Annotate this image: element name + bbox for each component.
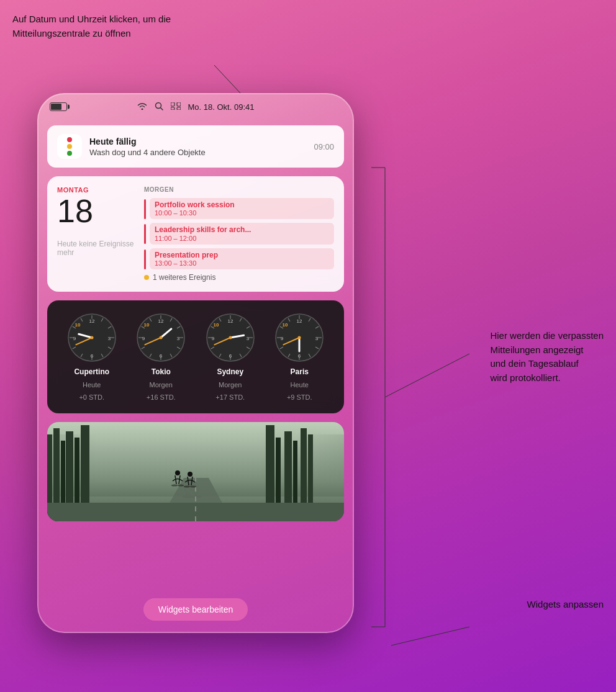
reminder-dots bbox=[67, 137, 72, 156]
clock-tokio-city: Tokio bbox=[152, 367, 171, 376]
svg-text:12: 12 bbox=[297, 318, 302, 324]
clock-sydney-city: Sydney bbox=[217, 367, 243, 376]
cal-event-bar-1 bbox=[144, 199, 146, 219]
clock-cupertino: 12 3 6 9 10 Cupertin bbox=[67, 313, 117, 401]
photo-widget[interactable] bbox=[47, 422, 344, 521]
edit-widgets-wrap: Widgets bearbeiten bbox=[37, 598, 354, 621]
svg-text:6: 6 bbox=[160, 353, 163, 359]
clock-cupertino-face: 12 3 6 9 10 bbox=[67, 313, 117, 362]
cal-event-3[interactable]: Presentation prep 13:00 – 13:30 bbox=[144, 248, 334, 269]
annotation-right-mid: Hier werden die verpasstenMitteilungen a… bbox=[490, 329, 604, 385]
calendar-widget[interactable]: MONTAG 18 Heute keine Ereignisse mehr MO… bbox=[47, 176, 344, 292]
cal-event-time-1: 10:00 – 10:30 bbox=[155, 209, 329, 217]
svg-text:12: 12 bbox=[89, 318, 94, 324]
battery-fill bbox=[51, 104, 61, 110]
clock-sydney-face: 12 3 6 9 10 bbox=[206, 313, 255, 362]
clock-tokio-offset: +16 STD. bbox=[147, 393, 176, 401]
reminder-notification[interactable]: Heute fällig Wash dog und 4 andere Objek… bbox=[47, 125, 344, 168]
svg-text:3: 3 bbox=[247, 336, 250, 341]
svg-text:6: 6 bbox=[229, 353, 232, 359]
cal-event-1[interactable]: Portfolio work session 10:00 – 10:30 bbox=[144, 198, 334, 219]
calendar-right: MORGEN Portfolio work session 10:00 – 10… bbox=[144, 186, 334, 282]
cal-event-content-3: Presentation prep 13:00 – 13:30 bbox=[150, 248, 334, 269]
cal-event-time-2: 11:00 – 12:00 bbox=[155, 235, 329, 242]
svg-point-121 bbox=[184, 486, 190, 488]
cal-event-content-1: Portfolio work session 10:00 – 10:30 bbox=[150, 198, 334, 219]
clock-paris-day: Heute bbox=[291, 381, 309, 389]
cal-event-content-2: Leadership skills for arch... 11:00 – 12… bbox=[150, 223, 334, 244]
cal-event-title-1: Portfolio work session bbox=[155, 200, 329, 209]
svg-text:10: 10 bbox=[75, 322, 80, 328]
cal-event-title-3: Presentation prep bbox=[155, 251, 329, 259]
clock-sydney-day: Morgen bbox=[219, 381, 242, 389]
cal-date-number: 18 bbox=[57, 195, 134, 227]
status-bar[interactable]: Mo. 18. Okt. 09:41 bbox=[37, 93, 354, 120]
svg-point-120 bbox=[188, 472, 192, 477]
svg-text:3: 3 bbox=[315, 336, 319, 341]
svg-rect-9 bbox=[177, 102, 181, 106]
svg-point-74 bbox=[229, 336, 232, 339]
edit-widgets-button[interactable]: Widgets bearbeiten bbox=[143, 598, 248, 621]
clock-sydney-offset: +17 STD. bbox=[215, 393, 245, 401]
svg-point-32 bbox=[90, 336, 93, 339]
clock-paris-offset: +9 STD. bbox=[287, 393, 312, 401]
cal-more-events: 1 weiteres Ereignis bbox=[144, 273, 334, 282]
svg-text:9: 9 bbox=[212, 336, 215, 341]
svg-text:12: 12 bbox=[227, 318, 233, 324]
dot-red bbox=[67, 137, 72, 142]
svg-rect-11 bbox=[177, 107, 181, 110]
annotation-top: Auf Datum und Uhrzeit klicken, um die Mi… bbox=[12, 12, 211, 40]
svg-text:9: 9 bbox=[73, 336, 76, 341]
clock-row: 12 3 6 9 10 Cupertin bbox=[57, 313, 334, 401]
datetime-display[interactable]: Mo. 18. Okt. 09:41 bbox=[188, 102, 255, 112]
svg-text:6: 6 bbox=[91, 353, 94, 359]
svg-line-7 bbox=[160, 107, 163, 110]
svg-text:12: 12 bbox=[158, 318, 164, 324]
cal-more-dot bbox=[144, 275, 149, 280]
search-icon bbox=[155, 102, 163, 112]
svg-point-122 bbox=[190, 486, 196, 488]
svg-point-119 bbox=[178, 485, 184, 487]
clock-sydney: 12 3 6 9 10 Sydney Morgen +17 bbox=[206, 313, 255, 401]
device-frame: Mo. 18. Okt. 09:41 Heute fällig Wash dog… bbox=[37, 93, 354, 633]
svg-point-95 bbox=[298, 336, 301, 339]
dot-green bbox=[67, 151, 72, 156]
svg-line-4 bbox=[385, 354, 469, 397]
reminder-text: Heute fällig Wash dog und 4 andere Objek… bbox=[89, 137, 306, 157]
clock-cupertino-day: Heute bbox=[83, 381, 101, 389]
annotation-right-mid-text: Hier werden die verpasstenMitteilungen a… bbox=[490, 330, 604, 383]
reminder-title: Heute fällig bbox=[89, 137, 306, 146]
reminder-subtitle: Wash dog und 4 andere Objekte bbox=[89, 148, 306, 157]
reminder-time: 09:00 bbox=[314, 142, 334, 151]
annotation-top-text: Auf Datum und Uhrzeit klicken, um die Mi… bbox=[12, 14, 171, 38]
reminder-icon-wrap bbox=[57, 134, 82, 159]
cal-no-events: Heute keine Ereignisse mehr bbox=[57, 240, 134, 257]
wifi-icon bbox=[137, 102, 147, 112]
world-clock-widget[interactable]: 12 3 6 9 10 Cupertin bbox=[47, 300, 344, 413]
svg-point-117 bbox=[175, 470, 180, 475]
cal-event-title-2: Leadership skills for arch... bbox=[155, 225, 329, 234]
cal-event-bar-2 bbox=[144, 224, 146, 244]
svg-text:6: 6 bbox=[298, 353, 301, 359]
svg-line-5 bbox=[391, 627, 469, 645]
clock-tokio-face: 12 3 6 9 10 bbox=[136, 313, 186, 362]
clock-cupertino-city: Cupertino bbox=[74, 367, 109, 376]
clock-cupertino-offset: +0 STD. bbox=[79, 393, 104, 401]
svg-text:3: 3 bbox=[177, 336, 180, 341]
svg-text:9: 9 bbox=[142, 336, 145, 341]
status-bar-center[interactable]: Mo. 18. Okt. 09:41 bbox=[137, 101, 255, 112]
photo-background bbox=[47, 422, 344, 521]
clock-tokio-day: Morgen bbox=[150, 381, 173, 389]
annotation-right-bottom-text: Widgets anpassen bbox=[527, 599, 604, 609]
annotation-right-bottom: Widgets anpassen bbox=[527, 598, 604, 612]
svg-point-118 bbox=[171, 485, 178, 487]
clock-tokio: 12 3 6 9 10 Tokio Morgen +16 S bbox=[136, 313, 186, 401]
cal-event-2[interactable]: Leadership skills for arch... 11:00 – 12… bbox=[144, 223, 334, 244]
cal-more-text: 1 weiteres Ereignis bbox=[153, 273, 215, 282]
calendar-inner: MONTAG 18 Heute keine Ereignisse mehr MO… bbox=[57, 186, 334, 282]
control-center-icon bbox=[171, 101, 181, 112]
clock-paris-city: Paris bbox=[291, 367, 309, 376]
notification-center-content: Heute fällig Wash dog und 4 andere Objek… bbox=[37, 125, 354, 583]
dot-yellow bbox=[67, 144, 72, 149]
svg-text:3: 3 bbox=[108, 336, 111, 341]
